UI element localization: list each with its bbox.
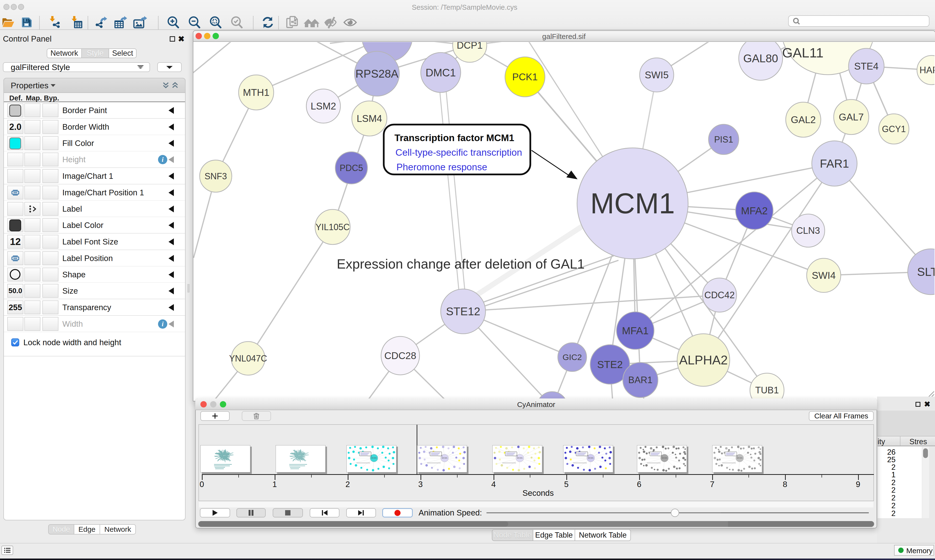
svg-text:PCK1: PCK1 (512, 72, 538, 82)
svg-text:STE2: STE2 (597, 359, 623, 370)
svg-text:CLN3: CLN3 (796, 226, 820, 236)
svg-text:LSM2: LSM2 (311, 101, 336, 111)
svg-text:MCM1: MCM1 (588, 457, 594, 459)
svg-text:GCY1: GCY1 (882, 124, 906, 134)
svg-text:SNF3: SNF3 (205, 171, 227, 181)
svg-text:MCM1: MCM1 (590, 187, 675, 219)
svg-text:CDC28: CDC28 (384, 350, 416, 361)
svg-text:MTH1: MTH1 (243, 87, 270, 98)
svg-text:SWI4: SWI4 (812, 270, 836, 281)
svg-text:MCM1: MCM1 (371, 457, 377, 459)
svg-text:Transcription factor MCM1: Transcription factor MCM1 (395, 132, 514, 143)
svg-text:HAP2: HAP2 (920, 65, 935, 75)
svg-text:PIS1: PIS1 (714, 134, 733, 145)
svg-text:BAR1: BAR1 (628, 375, 652, 385)
svg-text:CDC42: CDC42 (704, 290, 735, 300)
svg-text:STE4: STE4 (854, 61, 878, 72)
svg-text:MCM1: MCM1 (517, 457, 523, 459)
svg-text:GAL11: GAL11 (782, 45, 824, 60)
svg-text:STE12: STE12 (446, 305, 480, 318)
svg-text:SLT2: SLT2 (917, 265, 935, 278)
svg-text:RPS28A: RPS28A (355, 68, 399, 80)
svg-text:PDC5: PDC5 (339, 163, 363, 173)
svg-text:DCP1: DCP1 (457, 42, 483, 51)
svg-text:MCM1: MCM1 (737, 457, 743, 459)
svg-text:MCM1: MCM1 (662, 457, 667, 459)
svg-text:RPS28B: RPS28B (366, 42, 409, 43)
svg-text:Expression change after deleti: Expression change after deletion of GAL1 (337, 256, 585, 271)
svg-text:GAL2: GAL2 (791, 114, 816, 125)
svg-text:MFA2: MFA2 (741, 205, 768, 217)
svg-text:TUB1: TUB1 (755, 385, 779, 395)
svg-text:LSM4: LSM4 (357, 113, 382, 124)
svg-text:YIL105C: YIL105C (316, 222, 350, 232)
svg-text:GIC2: GIC2 (562, 352, 582, 362)
svg-text:DMC1: DMC1 (426, 67, 456, 78)
svg-text:YNL047C: YNL047C (229, 354, 267, 363)
svg-text:GAL7: GAL7 (839, 112, 864, 122)
svg-text:MCM1: MCM1 (442, 457, 447, 459)
svg-text:SWI5: SWI5 (645, 69, 669, 80)
svg-text:ALPHA2: ALPHA2 (679, 353, 728, 367)
svg-text:FAR1: FAR1 (820, 157, 849, 170)
svg-text:GAL80: GAL80 (743, 52, 778, 65)
svg-text:Pheromone response: Pheromone response (397, 162, 487, 172)
svg-text:MFA1: MFA1 (622, 325, 649, 337)
svg-text:Cell-type-specific transcripti: Cell-type-specific transcription (395, 147, 522, 158)
